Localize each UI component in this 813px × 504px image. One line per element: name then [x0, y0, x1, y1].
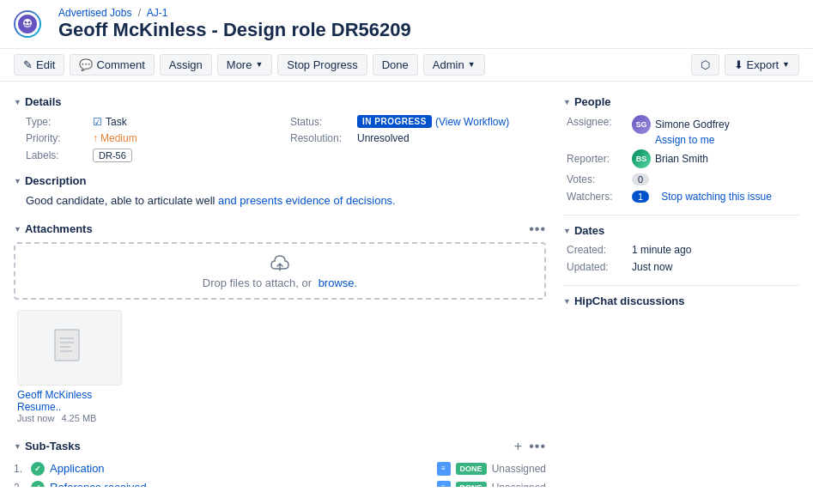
people-chevron-icon: ▼ [563, 98, 571, 106]
svg-point-2 [25, 21, 27, 24]
subtask-row-1: 1. ✓ Application ≡ DONE Unassigned [14, 459, 546, 478]
resolution-row: Resolution: Unresolved [290, 132, 546, 144]
breadcrumb: Advertised Jobs / AJ-1 [58, 7, 411, 19]
status-value: IN PROGRESS (View Workflow) [357, 115, 509, 128]
reporter-label: Reporter: [567, 153, 625, 165]
subtask-1-check-icon: ✓ [31, 462, 45, 476]
priority-row: Priority: ↑ Medium [26, 132, 282, 144]
more-chevron-icon: ▼ [255, 61, 263, 69]
description-section: ▼ Description Good candidate, able to ar… [14, 174, 546, 209]
type-value: ☑ Task [93, 116, 127, 128]
subtask-row-2: 2. ✓ Reference received ≡ DONE Unassigne… [14, 478, 546, 487]
export-chevron-icon: ▼ [782, 61, 790, 69]
dates-section-title[interactable]: ▼ Dates [563, 224, 799, 237]
watchers-row: Watchers: 1 Stop watching this issue [567, 191, 799, 203]
type-row: Type: ☑ Task [26, 115, 282, 128]
description-section-title[interactable]: ▼ Description [14, 174, 546, 187]
breadcrumb-project[interactable]: Advertised Jobs [58, 7, 131, 19]
status-row: Status: IN PROGRESS (View Workflow) [290, 115, 546, 128]
created-label: Created: [567, 244, 625, 256]
priority-arrow-icon: ↑ [93, 132, 98, 144]
breadcrumb-issue[interactable]: AJ-1 [147, 7, 168, 19]
admin-chevron-icon: ▼ [468, 61, 476, 69]
export-icon: ⬇ [734, 59, 743, 70]
task-check-icon: ☑ [93, 116, 102, 128]
browse-link[interactable]: browse. [319, 276, 358, 289]
attachments-section-title[interactable]: ▼ Attachments [14, 222, 93, 235]
subtasks-add-icon[interactable]: + [514, 439, 522, 454]
page-title: Geoff McKinless - Design role DR56209 [58, 19, 411, 41]
reporter-row: Reporter: BS Brian Smith [567, 149, 799, 168]
votes-badge[interactable]: 0 [632, 173, 649, 185]
assign-to-me-link[interactable]: Assign to me [655, 134, 730, 146]
attachments-chevron-icon: ▼ [14, 225, 21, 234]
updated-value: Just now [632, 261, 672, 273]
assignee-avatar: SG [632, 115, 651, 134]
stop-progress-button[interactable]: Stop Progress [277, 54, 367, 76]
resolution-label: Resolution: [290, 132, 350, 144]
hipchat-chevron-icon: ▼ [563, 297, 571, 306]
labels-value[interactable]: DR-56 [93, 149, 132, 162]
description-chevron-icon: ▼ [14, 177, 21, 185]
watchers-label: Watchers: [567, 191, 625, 203]
subtask-1-name[interactable]: Application [50, 462, 432, 475]
subtasks-section-title[interactable]: ▼ Sub-Tasks [14, 440, 81, 452]
status-badge: IN PROGRESS [357, 115, 432, 128]
subtask-2-name[interactable]: Reference received [50, 481, 432, 487]
edit-icon: ✎ [23, 59, 33, 70]
description-text: Good candidate, able to articulate well … [14, 192, 546, 209]
attachments-more-icon[interactable]: ••• [529, 222, 546, 237]
drop-text: Drop files to attach, or [203, 276, 312, 289]
people-section-title[interactable]: ▼ People [563, 95, 799, 108]
attachment-name[interactable]: Geoff McKinless Resume.. [17, 389, 122, 413]
votes-row: Votes: 0 [567, 173, 799, 185]
updated-label: Updated: [567, 261, 625, 273]
subtasks-more-icon[interactable]: ••• [529, 439, 546, 454]
details-section-title[interactable]: ▼ Details [14, 95, 546, 108]
details-section: ▼ Details Type: ☑ Task Status: IN PROGRE… [14, 95, 546, 162]
labels-row: Labels: DR-56 [26, 149, 282, 162]
attachment-meta: Just now 4.25 MB [17, 413, 122, 423]
updated-row: Updated: Just now [567, 261, 799, 273]
subtask-2-num: 2. [14, 482, 26, 487]
hipchat-section: ▼ HipChat discussions [563, 295, 799, 307]
attachment-thumb[interactable] [17, 310, 122, 386]
dates-chevron-icon: ▼ [563, 227, 571, 235]
share-button[interactable]: ⬡ [691, 54, 719, 76]
status-label: Status: [290, 116, 350, 128]
app-logo [14, 10, 41, 38]
assign-button[interactable]: Assign [160, 54, 212, 76]
subtask-2-status-badge: DONE [456, 482, 487, 487]
subtasks-chevron-icon: ▼ [14, 442, 21, 451]
description-link[interactable]: and presents evidence of decisions. [218, 194, 396, 207]
people-section: ▼ People Assignee: SG Simone Godfrey Ass… [563, 95, 799, 203]
subtask-1-assignee: Unassigned [492, 463, 546, 475]
created-value: 1 minute ago [632, 244, 691, 256]
subtask-1-num: 1. [14, 463, 26, 475]
view-workflow-link[interactable]: (View Workflow) [435, 116, 509, 128]
edit-button[interactable]: ✎ ✎ Edit Edit [14, 54, 64, 76]
subtask-2-doc-icon: ≡ [437, 481, 451, 487]
subtasks-section: ▼ Sub-Tasks + ••• 1. ✓ Application ≡ DON… [14, 439, 546, 487]
admin-dropdown[interactable]: Admin ▼ [423, 54, 485, 76]
done-button[interactable]: Done [373, 54, 418, 76]
comment-icon: 💬 [79, 59, 93, 70]
attachment-item: Geoff McKinless Resume.. Just now 4.25 M… [17, 310, 122, 423]
priority-label: Priority: [26, 132, 86, 144]
subtask-2-assignee: Unassigned [492, 482, 546, 487]
stop-watching-link[interactable]: Stop watching this issue [661, 191, 772, 203]
svg-rect-4 [55, 330, 79, 361]
share-icon: ⬡ [701, 59, 710, 70]
labels-label: Labels: [26, 149, 86, 161]
export-dropdown[interactable]: ⬇ Export ▼ [725, 54, 800, 76]
dates-section: ▼ Dates Created: 1 minute ago Updated: J… [563, 224, 799, 273]
svg-point-3 [28, 21, 31, 24]
assignee-name: Simone Godfrey [655, 118, 730, 131]
watchers-badge[interactable]: 1 [632, 191, 649, 203]
more-dropdown[interactable]: More ▼ [217, 54, 273, 76]
hipchat-section-title[interactable]: ▼ HipChat discussions [563, 295, 799, 307]
votes-label: Votes: [567, 173, 625, 185]
comment-button[interactable]: 💬 Comment [70, 54, 154, 76]
priority-value: ↑ Medium [93, 132, 137, 144]
reporter-name: Brian Smith [655, 153, 708, 165]
